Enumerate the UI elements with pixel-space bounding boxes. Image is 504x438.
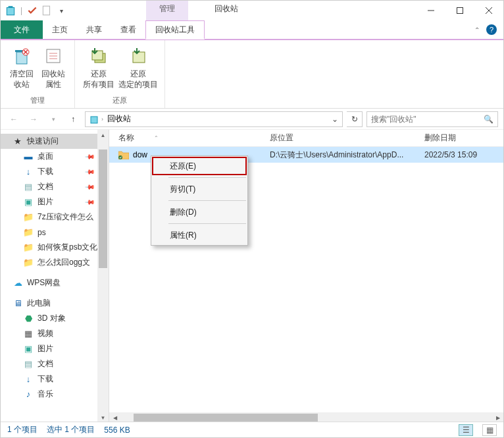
- close-button[interactable]: [474, 1, 503, 20]
- recycle-bin-icon: [5, 5, 16, 16]
- svg-rect-19: [91, 117, 97, 123]
- ribbon-tab-row: 文件 主页 共享 查看 回收站工具 ⌃ ?: [1, 20, 503, 39]
- music-icon: ♪: [23, 389, 34, 400]
- menu-item-properties[interactable]: 属性(R): [151, 225, 247, 245]
- search-input[interactable]: [371, 115, 484, 124]
- column-headers: 名称⌃ 原位置 删除日期: [109, 130, 503, 147]
- sidebar-wps[interactable]: ☁WPS网盘: [1, 275, 109, 290]
- sidebar-thispc[interactable]: 🖥此电脑: [1, 296, 109, 311]
- restore-selected-button[interactable]: 还原 选定的项目: [117, 43, 159, 96]
- sidebar-3d[interactable]: ⬣3D 对象: [1, 311, 109, 326]
- svg-rect-4: [457, 8, 463, 14]
- sidebar-music[interactable]: ♪音乐: [1, 387, 109, 402]
- downloads-icon: ↓: [23, 374, 34, 385]
- recycle-properties-button[interactable]: 回收站 属性: [38, 43, 69, 96]
- sidebar-desktop[interactable]: ▬桌面📌: [1, 149, 109, 164]
- checkmark-icon[interactable]: [26, 5, 38, 16]
- folder-icon: [118, 150, 129, 159]
- ribbon-group-manage: 清空回 收站 回收站 属性 管理: [1, 40, 75, 108]
- sidebar-quick-access[interactable]: ★ 快速访问: [1, 134, 109, 149]
- ribbon-body: 清空回 收站 回收站 属性 管理 还原 所有项目: [1, 40, 503, 109]
- refresh-button[interactable]: ↻: [347, 111, 363, 127]
- title-section: 管理 回收站: [67, 1, 416, 20]
- menu-divider: [168, 177, 246, 178]
- help-icon[interactable]: ?: [486, 24, 497, 35]
- folder-icon: 📁: [23, 227, 34, 238]
- minimize-button[interactable]: [416, 1, 445, 20]
- tab-share[interactable]: 共享: [77, 20, 111, 39]
- sidebar-folder-psb[interactable]: 📁如何恢复psb文化: [1, 240, 109, 255]
- scroll-up-icon[interactable]: ▲: [97, 130, 109, 141]
- file-deleted-cell: 2022/5/3 15:09: [415, 150, 503, 159]
- history-dropdown[interactable]: ▾: [45, 111, 61, 127]
- sidebar-documents2[interactable]: ▤文档: [1, 356, 109, 371]
- empty-bin-icon: [11, 45, 32, 67]
- breadcrumb-location[interactable]: 回收站: [105, 113, 133, 124]
- main-area: ★ 快速访问 ▬桌面📌 ↓下载📌 ▤文档📌 ▣图片📌 📁7z压缩文件怎么 📁ps…: [1, 130, 503, 424]
- search-box[interactable]: 🔍: [366, 111, 498, 127]
- folder-icon: 📁: [23, 212, 34, 223]
- titlebar: | ▾ 管理 回收站: [1, 1, 503, 20]
- svg-point-20: [118, 155, 122, 159]
- file-location-cell: D:\云骑士\Users\Administrator\AppD...: [261, 150, 415, 161]
- blank-doc-icon[interactable]: [41, 5, 53, 16]
- qat-separator: |: [20, 6, 22, 15]
- svg-rect-18: [133, 52, 145, 63]
- scroll-thumb[interactable]: [99, 150, 107, 268]
- address-dropdown-icon[interactable]: ⌄: [329, 115, 341, 124]
- qat-dropdown-icon[interactable]: ▾: [55, 5, 67, 16]
- recycle-bin-icon: [89, 114, 99, 124]
- video-icon: ▦: [23, 329, 34, 339]
- pc-icon: 🖥: [13, 298, 23, 309]
- restore-all-button[interactable]: 还原 所有项目: [80, 43, 117, 96]
- desktop-icon: ▬: [23, 151, 34, 162]
- downloads-icon: ↓: [23, 167, 34, 177]
- sort-indicator-icon: ⌃: [154, 135, 159, 141]
- window-title: 回收站: [201, 1, 251, 20]
- tab-recycle-tools[interactable]: 回收站工具: [145, 20, 205, 40]
- ribbon-collapse-icon[interactable]: ⌃: [474, 26, 480, 34]
- up-button[interactable]: ↑: [65, 111, 81, 127]
- restore-selected-icon: [128, 45, 149, 67]
- menu-item-delete[interactable]: 删除(D): [151, 202, 247, 222]
- folder-icon: 📁: [23, 258, 34, 268]
- tab-file[interactable]: 文件: [1, 20, 43, 39]
- col-header-location[interactable]: 原位置: [261, 132, 415, 144]
- properties-icon: [43, 45, 64, 67]
- tab-home[interactable]: 主页: [43, 20, 77, 39]
- view-icons-button[interactable]: ▦: [482, 424, 497, 436]
- forward-button[interactable]: →: [26, 111, 41, 127]
- sidebar-pictures2[interactable]: ▣图片: [1, 341, 109, 356]
- sidebar-pictures[interactable]: ▣图片📌: [1, 194, 109, 209]
- sidebar-folder-ps[interactable]: 📁ps: [1, 225, 109, 240]
- view-details-button[interactable]: ☰: [459, 424, 473, 436]
- sidebar-videos[interactable]: ▦视频: [1, 326, 109, 341]
- menu-item-cut[interactable]: 剪切(T): [151, 179, 247, 199]
- sidebar-documents[interactable]: ▤文档📌: [1, 179, 109, 194]
- breadcrumb-root[interactable]: ›: [87, 114, 105, 124]
- sidebar-folder-ogg[interactable]: 📁怎么找回ogg文: [1, 255, 109, 270]
- sidebar: ★ 快速访问 ▬桌面📌 ↓下载📌 ▤文档📌 ▣图片📌 📁7z压缩文件怎么 📁ps…: [1, 130, 109, 424]
- sidebar-downloads2[interactable]: ↓下载: [1, 371, 109, 387]
- sidebar-scrollbar[interactable]: ▲ ▼: [97, 130, 109, 424]
- restore-all-icon: [88, 45, 109, 67]
- col-header-deleted[interactable]: 删除日期: [415, 132, 503, 144]
- menu-divider: [168, 223, 246, 224]
- search-icon[interactable]: 🔍: [484, 115, 493, 124]
- maximize-button[interactable]: [445, 1, 474, 20]
- menu-item-restore[interactable]: 还原(E): [151, 156, 247, 176]
- status-size: 556 KB: [104, 425, 130, 435]
- pictures-icon: ▣: [23, 197, 34, 207]
- tab-view[interactable]: 查看: [111, 20, 145, 39]
- address-bar[interactable]: › 回收站 ⌄: [85, 111, 343, 127]
- window-controls: [416, 1, 503, 20]
- cloud-icon: ☁: [13, 278, 23, 288]
- col-header-name[interactable]: 名称⌃: [109, 132, 261, 144]
- sidebar-folder-7z[interactable]: 📁7z压缩文件怎么: [1, 209, 109, 225]
- contextual-tab-label: 管理: [146, 1, 188, 20]
- back-button[interactable]: ←: [6, 111, 22, 127]
- empty-recycle-button[interactable]: 清空回 收站: [6, 43, 38, 96]
- quick-access-toolbar: | ▾: [1, 5, 67, 16]
- ribbon-group-restore: 还原 所有项目 还原 选定的项目 还原: [75, 40, 165, 108]
- sidebar-downloads[interactable]: ↓下载📌: [1, 164, 109, 179]
